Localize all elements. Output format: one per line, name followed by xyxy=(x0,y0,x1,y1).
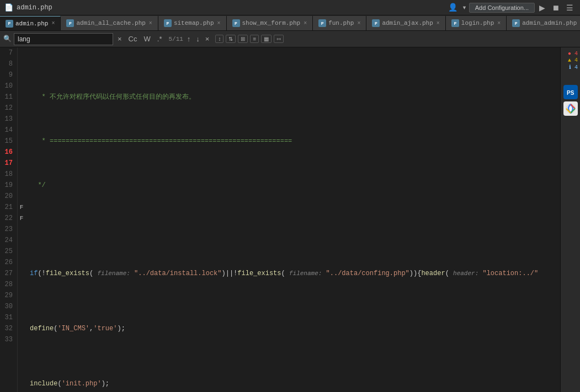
indicator xyxy=(18,69,25,80)
php-icon: P xyxy=(66,19,74,27)
tab-admin-php[interactable]: P admin.php × xyxy=(0,16,61,30)
line-number: 24 xyxy=(2,235,13,246)
code-line-10 xyxy=(30,224,560,235)
line-number: 22 xyxy=(2,213,13,224)
indicator xyxy=(18,257,25,268)
php-icon: P xyxy=(6,20,13,28)
search-prev-button[interactable]: ↑ xyxy=(185,34,193,44)
search-next-button[interactable]: ↓ xyxy=(194,34,201,44)
user-icon[interactable]: 👤 ▾ xyxy=(448,3,467,12)
tab-label: sitemap.php xyxy=(174,20,214,26)
tab-label: login.php xyxy=(461,20,494,26)
close-tab-icon[interactable]: × xyxy=(51,20,55,26)
indicator xyxy=(18,58,25,69)
code-editor[interactable]: * 不允许对程序代码以任何形式任何目的的再发布。 * =============… xyxy=(25,47,560,392)
close-tab-icon[interactable]: × xyxy=(437,20,440,26)
run-button[interactable]: ▶ xyxy=(537,2,547,13)
line-number: 23 xyxy=(2,224,13,235)
line-number: 7 xyxy=(2,47,13,58)
editor-area: 7 8 9 10 11 12 13 14 15 16 17 18 19 20 2… xyxy=(0,47,580,392)
line-number: 11 xyxy=(2,92,13,103)
close-search-button[interactable]: × xyxy=(204,34,211,44)
line-number: 33 xyxy=(2,334,13,345)
match-word-button[interactable]: W xyxy=(141,34,152,44)
php-icon: P xyxy=(512,19,520,27)
indicator xyxy=(18,158,25,169)
close-tab-icon[interactable]: × xyxy=(304,20,307,26)
code-line-11: if(!file_exists( filename: "../data/inst… xyxy=(30,268,560,279)
line-number: 32 xyxy=(2,323,13,334)
window-title: admin.php xyxy=(17,4,52,12)
chrome-icon[interactable] xyxy=(563,101,578,116)
line-number: 16 xyxy=(2,147,13,158)
warning-count: ▲ 4 xyxy=(568,57,578,63)
indicator xyxy=(18,92,25,103)
search-options: ↕ ⇅ ⊞ ≡ ▦ ⇿ xyxy=(215,35,284,43)
stop-button[interactable]: ⏹ xyxy=(550,2,562,13)
code-line-13: include('init.php'); xyxy=(30,378,560,389)
indicator xyxy=(18,334,25,345)
php-icon: P xyxy=(164,19,172,27)
filter-option-5[interactable]: ▦ xyxy=(261,35,272,43)
line-number: 26 xyxy=(2,257,13,268)
title-bar: 📄 admin.php 👤 ▾ Add Configuration... ▶ ⏹… xyxy=(0,0,580,15)
php-icon: P xyxy=(451,19,459,27)
indicator xyxy=(18,246,25,257)
filter-option-6[interactable]: ⇿ xyxy=(274,35,284,43)
filter-option-2[interactable]: ⇅ xyxy=(226,35,236,43)
indicator xyxy=(18,147,25,158)
tab-admin-admin[interactable]: P admin_admin.php × xyxy=(507,16,580,30)
tab-login[interactable]: P login.php × xyxy=(446,16,507,30)
line-number: 12 xyxy=(2,103,13,114)
tab-label: fun.php xyxy=(328,20,354,26)
tab-admin-all-cache[interactable]: P admin_all_cache.php × xyxy=(61,16,158,30)
phpstorm-icon[interactable]: PS xyxy=(563,85,578,99)
indicator xyxy=(18,169,25,180)
close-tab-icon[interactable]: × xyxy=(497,20,501,26)
close-tab-icon[interactable]: × xyxy=(357,20,360,26)
line-number: 30 xyxy=(2,301,13,312)
indicator xyxy=(18,235,25,246)
indicator xyxy=(18,180,25,191)
menu-button[interactable]: ☰ xyxy=(564,2,576,13)
indicator xyxy=(18,279,25,290)
line-number: 18 xyxy=(2,169,13,180)
tab-admin-ajax[interactable]: P admin_ajax.php × xyxy=(366,16,445,30)
filter-option-3[interactable]: ⊞ xyxy=(238,35,248,43)
tab-sitemap[interactable]: P sitemap.php × xyxy=(158,16,227,30)
line-number: 14 xyxy=(2,125,13,136)
svg-text:PS: PS xyxy=(567,90,574,96)
close-tab-icon[interactable]: × xyxy=(149,20,152,26)
indicator xyxy=(18,103,25,114)
indicator: F xyxy=(18,202,25,213)
clear-search-button[interactable]: × xyxy=(115,34,124,44)
line-number: 20 xyxy=(2,191,13,202)
indicators-column: F F xyxy=(18,47,25,392)
line-numbers: 7 8 9 10 11 12 13 14 15 16 17 18 19 20 2… xyxy=(0,47,18,392)
tab-fun[interactable]: P fun.php × xyxy=(313,16,366,30)
tab-label: show_mx_form.php xyxy=(242,20,301,26)
filter-option-4[interactable]: ≡ xyxy=(250,35,259,43)
regex-button[interactable]: .* xyxy=(155,34,164,44)
add-configuration-button[interactable]: Add Configuration... xyxy=(469,3,535,13)
indicator xyxy=(18,224,25,235)
close-tab-icon[interactable]: × xyxy=(217,20,221,26)
file-icon: 📄 xyxy=(4,3,13,12)
code-line-9: */ xyxy=(30,180,560,191)
match-case-button[interactable]: Cc xyxy=(126,34,140,44)
tabs-bar: P admin.php × P admin_all_cache.php × P … xyxy=(0,15,580,31)
indicator xyxy=(18,191,25,202)
code-line-8: * ======================================… xyxy=(30,136,560,147)
search-input[interactable] xyxy=(14,33,113,45)
php-icon: P xyxy=(232,19,240,27)
line-number: 19 xyxy=(2,180,13,191)
line-number: 28 xyxy=(2,279,13,290)
filter-option-1[interactable]: ↕ xyxy=(215,35,224,43)
indicator xyxy=(18,323,25,334)
tab-show-mx-form[interactable]: P show_mx_form.php × xyxy=(227,16,313,30)
indicator xyxy=(18,114,25,125)
indicator xyxy=(18,136,25,147)
line-number: 10 xyxy=(2,80,13,92)
tab-label: admin.php xyxy=(15,20,48,27)
error-count: ● 4 xyxy=(568,51,578,57)
